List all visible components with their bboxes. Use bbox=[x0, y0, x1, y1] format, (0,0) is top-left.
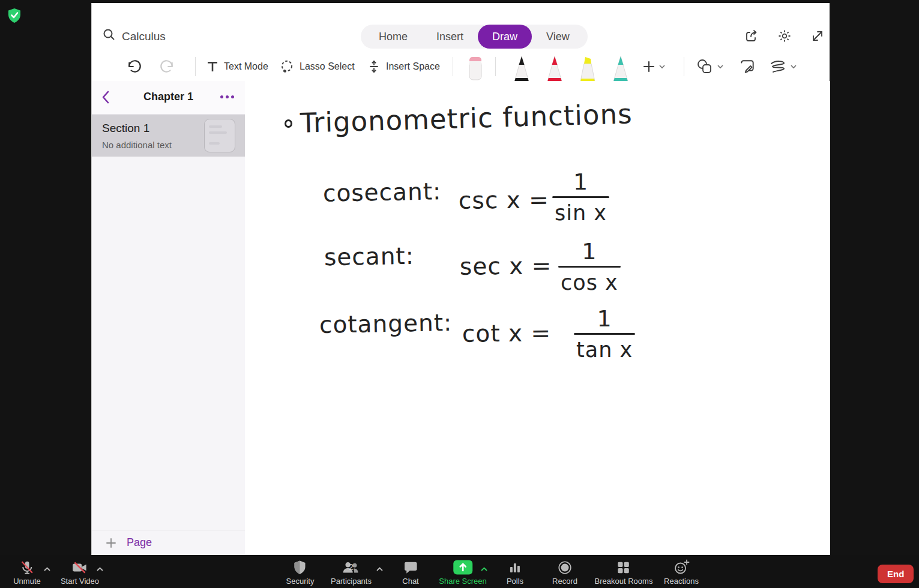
bar-chart-icon bbox=[507, 559, 523, 575]
toolbar-divider bbox=[495, 57, 496, 76]
tab-draw[interactable]: Draw bbox=[478, 25, 532, 49]
insert-space-button[interactable]: Insert Space bbox=[367, 51, 440, 82]
page-title: Section 1 bbox=[102, 122, 149, 135]
video-options-chevron[interactable] bbox=[96, 563, 104, 574]
unmute-button[interactable]: Unmute bbox=[13, 559, 41, 586]
drawing-canvas[interactable]: Trigonometric functions cosecant: csc x … bbox=[245, 81, 830, 555]
audio-options-chevron[interactable] bbox=[43, 563, 51, 574]
ink-formula-lhs: cot x = bbox=[462, 319, 552, 347]
eraser-tool[interactable] bbox=[464, 52, 487, 83]
participants-count: 2 bbox=[349, 562, 354, 572]
polls-button[interactable]: Polls bbox=[507, 559, 523, 586]
mic-muted-icon bbox=[13, 559, 41, 575]
ink-annotate-button[interactable] bbox=[739, 51, 756, 82]
note-pen-icon bbox=[739, 58, 756, 75]
lasso-select-label: Lasso Select bbox=[300, 61, 355, 72]
share-export-icon[interactable] bbox=[744, 29, 759, 43]
search-value: Calculus bbox=[122, 30, 166, 43]
fraction-numerator: 1 bbox=[567, 169, 594, 195]
participants-button[interactable]: Participants 2 bbox=[331, 559, 372, 586]
more-options-icon[interactable] bbox=[220, 95, 234, 98]
chat-button[interactable]: Chat bbox=[402, 559, 418, 586]
settings-gear-icon[interactable] bbox=[777, 29, 792, 43]
meeting-control-bar: Unmute Start Video Security bbox=[0, 555, 919, 588]
tab-insert[interactable]: Insert bbox=[422, 25, 478, 49]
add-pen-button[interactable] bbox=[642, 51, 666, 82]
search-field[interactable]: Calculus bbox=[103, 28, 166, 44]
fullscreen-icon[interactable] bbox=[810, 29, 825, 43]
tab-home[interactable]: Home bbox=[364, 25, 422, 49]
ink-formula-fraction: 1 tan x bbox=[574, 305, 635, 362]
ink-formula-fraction: 1 cos x bbox=[558, 238, 621, 295]
text-mode-icon bbox=[206, 60, 219, 73]
share-screen-button[interactable]: Share Screen bbox=[439, 559, 487, 586]
text-mode-button[interactable]: Text Mode bbox=[206, 51, 268, 82]
ink-formula-name: cosecant: bbox=[323, 178, 442, 206]
insert-space-icon bbox=[367, 59, 381, 74]
draw-toolbar: Text Mode Lasso Select Insert Space bbox=[92, 51, 830, 82]
chevron-down-icon bbox=[717, 64, 724, 70]
ink-formula-lhs: csc x = bbox=[459, 186, 549, 214]
search-icon bbox=[103, 28, 116, 44]
shapes-button[interactable] bbox=[696, 51, 724, 82]
toolbar-divider bbox=[684, 57, 684, 76]
plus-icon bbox=[642, 59, 656, 74]
chevron-down-icon bbox=[658, 64, 666, 70]
ribbon-tabs: Home Insert Draw View bbox=[361, 25, 588, 49]
fraction-bar bbox=[558, 266, 621, 268]
app-topbar: Calculus Home Insert Draw View bbox=[92, 3, 830, 51]
chat-bubble-icon bbox=[402, 559, 418, 575]
start-video-button[interactable]: Start Video bbox=[61, 559, 99, 586]
pen-black-icon bbox=[510, 55, 533, 83]
ink-formula-fraction: 1 sin x bbox=[552, 169, 609, 225]
undo-icon bbox=[127, 59, 142, 74]
toolbar-divider bbox=[195, 57, 196, 76]
page-list-item-selected[interactable]: Section 1 No additional text bbox=[92, 115, 245, 157]
scribble-icon bbox=[769, 59, 787, 74]
tab-view[interactable]: View bbox=[532, 25, 584, 49]
reactions-button[interactable]: Reactions bbox=[664, 559, 699, 586]
redo-button[interactable] bbox=[159, 51, 175, 82]
pen-teal-tool[interactable] bbox=[609, 53, 632, 85]
page-subtitle: No additional text bbox=[102, 140, 172, 150]
highlighter-yellow-tool[interactable] bbox=[576, 53, 599, 85]
ink-note-title: Trigonometric functions bbox=[300, 98, 633, 139]
pen-black-tool[interactable] bbox=[510, 53, 533, 85]
add-page-label: Page bbox=[127, 536, 152, 549]
fraction-denominator: cos x bbox=[558, 269, 621, 295]
eraser-icon bbox=[464, 53, 487, 82]
record-button[interactable]: Record bbox=[552, 559, 577, 586]
security-button[interactable]: Security bbox=[286, 559, 315, 586]
ink-to-shape-button[interactable] bbox=[769, 51, 797, 82]
highlighter-yellow-icon bbox=[576, 55, 599, 83]
share-options-chevron[interactable] bbox=[480, 563, 488, 574]
pen-red-tool[interactable] bbox=[543, 53, 566, 85]
fraction-bar bbox=[574, 333, 635, 335]
lasso-select-icon bbox=[279, 59, 295, 74]
shapes-icon bbox=[696, 58, 714, 75]
page-sidebar: Chapter 1 Section 1 No additional text P… bbox=[92, 81, 245, 555]
chevron-down-icon bbox=[790, 64, 797, 70]
video-off-icon bbox=[61, 559, 99, 575]
undo-button[interactable] bbox=[127, 51, 142, 82]
add-page-row[interactable]: Page bbox=[92, 530, 245, 555]
fraction-bar bbox=[552, 196, 609, 198]
grid-icon bbox=[595, 559, 653, 575]
record-circle-icon bbox=[552, 559, 577, 575]
toolbar-divider bbox=[453, 57, 453, 76]
plus-icon bbox=[105, 537, 117, 549]
participants-options-chevron[interactable] bbox=[376, 563, 384, 574]
fraction-denominator: sin x bbox=[552, 199, 609, 225]
meeting-security-shield-icon[interactable] bbox=[7, 8, 22, 26]
lasso-select-button[interactable]: Lasso Select bbox=[279, 51, 355, 82]
fraction-numerator: 1 bbox=[576, 238, 603, 265]
text-mode-label: Text Mode bbox=[224, 61, 268, 72]
shared-app-window: Calculus Home Insert Draw View bbox=[91, 3, 830, 555]
end-meeting-button[interactable]: End bbox=[878, 565, 914, 583]
share-screen-icon bbox=[439, 559, 487, 575]
pen-teal-icon bbox=[609, 55, 632, 83]
breakout-rooms-button[interactable]: Breakout Rooms bbox=[595, 559, 653, 586]
ink-formula-name: secant: bbox=[324, 242, 415, 271]
pen-red-icon bbox=[543, 55, 566, 83]
shield-icon bbox=[286, 559, 315, 575]
